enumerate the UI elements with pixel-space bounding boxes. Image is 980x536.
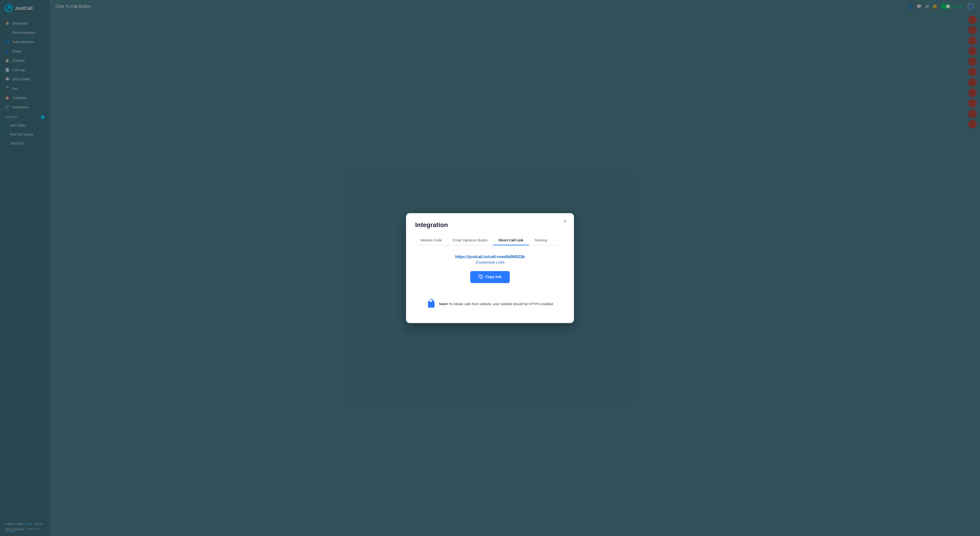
tab-email-signature[interactable]: Email Signature Button: [447, 235, 493, 246]
note-section: Note! To initiate calls from website, yo…: [425, 299, 555, 309]
copy-link-label: Copy link: [485, 275, 501, 279]
integration-modal: × Integration Website Code Email Signatu…: [406, 213, 574, 323]
modal-overlay[interactable]: × Integration Website Code Email Signatu…: [0, 0, 980, 536]
direct-call-url[interactable]: https://justcall.io/call-now/6d94523b: [455, 255, 525, 259]
tab-direct-call-link[interactable]: Direct Call Link: [493, 235, 528, 246]
svg-rect-0: [480, 276, 482, 278]
direct-call-link-content: https://justcall.io/call-now/6d94523b (C…: [415, 246, 565, 314]
note-bold: Note!: [439, 302, 448, 306]
modal-close-button[interactable]: ×: [561, 218, 568, 225]
modal-tabs: Website Code Email Signature Button Dire…: [415, 235, 565, 246]
note-icon: [427, 299, 436, 309]
modal-title: Integration: [415, 221, 565, 229]
copy-icon: [479, 274, 483, 280]
note-text: Note! To initiate calls from website, yo…: [439, 302, 553, 307]
copy-link-button[interactable]: Copy link: [470, 271, 510, 283]
note-body: To initiate calls from website, your web…: [448, 302, 553, 306]
tab-website-code[interactable]: Website Code: [415, 235, 447, 246]
tab-tracking[interactable]: Tracking: [529, 235, 553, 246]
customize-link[interactable]: (Customize Link): [476, 260, 504, 265]
